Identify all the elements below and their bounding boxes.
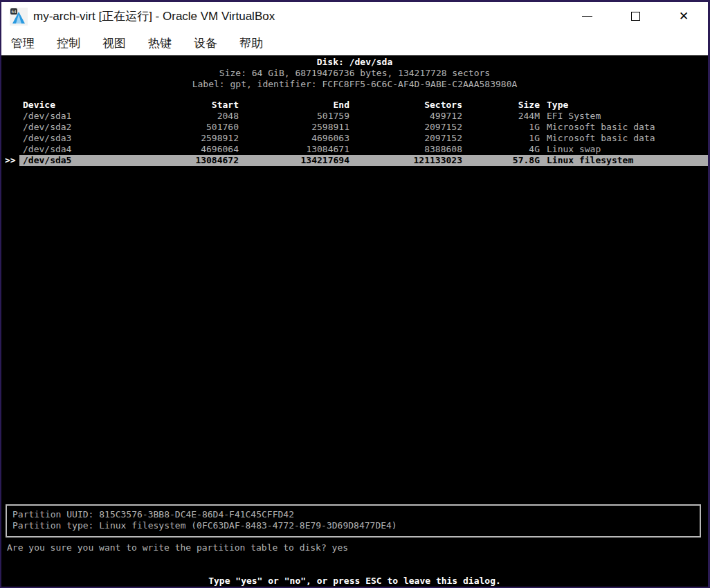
partition-info-box: Partition UUID: 815C3576-3BB8-DC4E-86D4-… xyxy=(6,504,701,538)
header-start: Start xyxy=(83,100,239,111)
size-cell: 4G xyxy=(462,144,540,155)
header-device: Device xyxy=(1,100,83,111)
type-cell: Linux swap xyxy=(540,144,708,155)
svg-text:64: 64 xyxy=(11,9,17,14)
disk-label-line: Label: gpt, identifier: FCFC8FF5-6C6C-AF… xyxy=(1,79,708,90)
header-type: Type xyxy=(540,100,708,111)
device-cell: /dev/sda3 xyxy=(1,133,83,144)
window-controls: ✕ xyxy=(563,2,708,30)
size-cell: 1G xyxy=(462,122,540,133)
vm-terminal-screen[interactable]: Disk: /dev/sda Size: 64 GiB, 68719476736… xyxy=(1,55,708,587)
disk-size-line: Size: 64 GiB, 68719476736 bytes, 1342177… xyxy=(1,68,708,79)
type-cell: Microsoft basic data xyxy=(540,133,708,144)
window-title: my-arch-virt [正在运行] - Oracle VM VirtualB… xyxy=(33,8,275,24)
maximize-button[interactable] xyxy=(611,2,659,30)
menubar: 管理 控制 视图 热键 设备 帮助 xyxy=(1,30,708,55)
selection-pointer: >> xyxy=(5,155,16,166)
menu-help[interactable]: 帮助 xyxy=(239,33,263,54)
end-cell: 2598911 xyxy=(239,122,349,133)
start-cell: 501760 xyxy=(83,122,239,133)
virtualbox-window: { "window": { "title": "my-arch-virt [正在… xyxy=(0,0,710,588)
sectors-cell: 2097152 xyxy=(349,122,462,133)
partition-table-header: Device Start End Sectors Size Type xyxy=(1,100,708,111)
menu-control[interactable]: 控制 xyxy=(57,33,80,54)
type-cell: EFI System xyxy=(540,111,708,122)
partition-type-line: Partition type: Linux filesystem (0FC63D… xyxy=(12,520,700,531)
partition-row: /dev/sda4 4696064 13084671 8388608 4G Li… xyxy=(1,144,708,155)
partition-row: /dev/sda1 2048 501759 499712 244M EFI Sy… xyxy=(1,111,708,122)
size-cell: 1G xyxy=(462,133,540,144)
minimize-icon xyxy=(582,16,592,17)
disk-title-line: Disk: /dev/sda xyxy=(1,57,708,68)
menu-hotkeys[interactable]: 热键 xyxy=(148,33,172,54)
header-size: Size xyxy=(462,100,540,111)
start-cell: 2048 xyxy=(83,111,239,122)
end-cell: 501759 xyxy=(239,111,349,122)
close-button[interactable]: ✕ xyxy=(659,2,708,30)
menu-view[interactable]: 视图 xyxy=(102,33,126,54)
device-cell: /dev/sda4 xyxy=(1,144,83,155)
start-cell: 13084672 xyxy=(83,155,239,166)
minimize-button[interactable] xyxy=(563,2,611,30)
sectors-cell: 2097152 xyxy=(349,133,462,144)
partition-row: /dev/sda3 2598912 4696063 2097152 1G Mic… xyxy=(1,133,708,144)
sectors-cell: 121133023 xyxy=(349,155,462,166)
virtualbox-logo-icon: 64 xyxy=(10,8,28,26)
close-icon: ✕ xyxy=(679,10,689,22)
header-end: End xyxy=(239,100,349,111)
maximize-icon xyxy=(631,12,640,21)
titlebar[interactable]: 64 my-arch-virt [正在运行] - Oracle VM Virtu… xyxy=(1,2,708,30)
start-cell: 4696064 xyxy=(83,144,239,155)
dialog-hint-line: Type "yes" or "no", or press ESC to leav… xyxy=(1,576,708,587)
device-cell: /dev/sda2 xyxy=(1,122,83,133)
end-cell: 134217694 xyxy=(239,155,349,166)
start-cell: 2598912 xyxy=(83,133,239,144)
partition-row: /dev/sda2 501760 2598911 2097152 1G Micr… xyxy=(1,122,708,133)
size-cell: 244M xyxy=(462,111,540,122)
menu-devices[interactable]: 设备 xyxy=(194,33,217,54)
device-cell: /dev/sda1 xyxy=(1,111,83,122)
write-confirm-prompt: Are you sure you want to write the parti… xyxy=(7,542,708,553)
menu-machine[interactable]: 管理 xyxy=(11,33,35,54)
partition-uuid-line: Partition UUID: 815C3576-3BB8-DC4E-86D4-… xyxy=(12,509,700,520)
sectors-cell: 8388608 xyxy=(349,144,462,155)
partition-row: /dev/sda5 13084672 134217694 121133023 5… xyxy=(1,155,708,166)
end-cell: 4696063 xyxy=(239,133,349,144)
type-cell: Microsoft basic data xyxy=(540,122,708,133)
end-cell: 13084671 xyxy=(239,144,349,155)
type-cell: Linux filesystem xyxy=(540,155,708,166)
header-sectors: Sectors xyxy=(349,100,462,111)
sectors-cell: 499712 xyxy=(349,111,462,122)
size-cell: 57.8G xyxy=(462,155,540,166)
